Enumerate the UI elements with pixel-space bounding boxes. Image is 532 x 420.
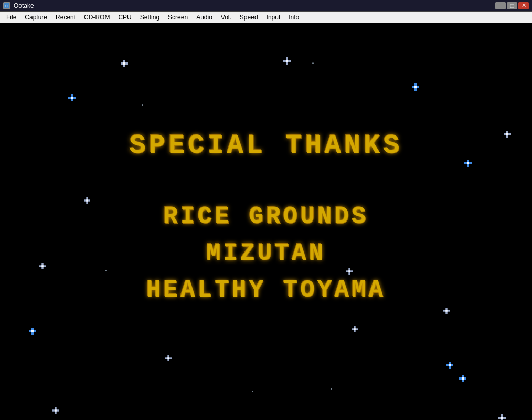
menu-item-speed[interactable]: Speed	[236, 13, 262, 22]
title-bar-controls: − □ ✕	[495, 2, 529, 9]
title-bar: O Ootake − □ ✕	[0, 0, 532, 12]
maximize-button[interactable]: □	[507, 2, 517, 9]
game-screen: SPECIAL THANKS RICE GROUNDS MIZUTAN HEAL…	[0, 23, 532, 420]
app-icon: O	[3, 2, 10, 9]
menu-item-input[interactable]: Input	[262, 13, 285, 22]
menu-item-file[interactable]: File	[2, 13, 20, 22]
game-text-container: SPECIAL THANKS RICE GROUNDS MIZUTAN HEAL…	[0, 23, 532, 420]
menu-item-recent[interactable]: Recent	[51, 13, 80, 22]
menu-item-vol.[interactable]: Vol.	[217, 13, 236, 22]
menu-item-cd-rom[interactable]: CD-ROM	[80, 13, 114, 22]
menu-item-info[interactable]: Info	[284, 13, 303, 22]
game-heading: SPECIAL THANKS	[130, 130, 403, 161]
window-title: Ootake	[14, 2, 34, 9]
menu-item-cpu[interactable]: CPU	[114, 13, 135, 22]
minimize-button[interactable]: −	[495, 2, 506, 9]
svg-text:O: O	[5, 4, 8, 8]
menu-item-audio[interactable]: Audio	[192, 13, 217, 22]
menu-item-setting[interactable]: Setting	[136, 13, 164, 22]
game-name-0: RICE GROUNDS	[163, 203, 368, 230]
menu-bar: FileCaptureRecentCD-ROMCPUSettingScreenA…	[0, 12, 532, 23]
menu-item-capture[interactable]: Capture	[20, 13, 51, 22]
game-name-1: MIZUTAN	[206, 240, 326, 267]
title-bar-left: O Ootake	[3, 2, 34, 9]
close-button[interactable]: ✕	[518, 2, 529, 9]
menu-item-screen[interactable]: Screen	[164, 13, 192, 22]
game-name-2: HEALTHY TOYAMA	[146, 277, 386, 304]
